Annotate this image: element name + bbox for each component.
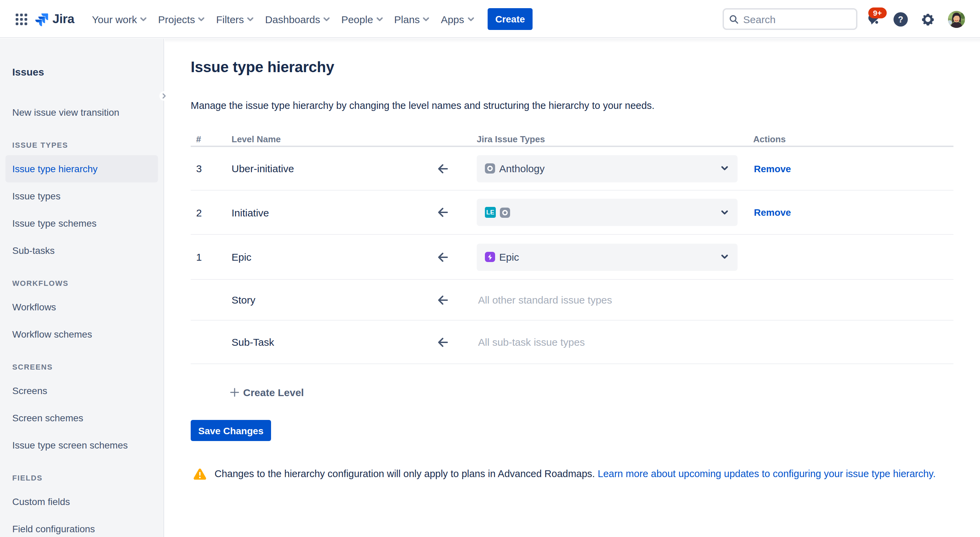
- chevron-down-icon: [721, 210, 728, 215]
- primary-nav: Your work Projects Filters Dashboards Pe…: [92, 0, 485, 38]
- nav-item-people[interactable]: People: [341, 8, 382, 30]
- warning-message: Changes to the hierarchy configuration w…: [193, 467, 953, 480]
- sidebar-item-issue-type-hierarchy[interactable]: Issue type hierarchy: [5, 155, 158, 183]
- avatar-image: [948, 11, 965, 27]
- create-button[interactable]: Create: [488, 8, 533, 30]
- jira-logo[interactable]: Jira: [35, 11, 74, 27]
- nav-item-dashboards[interactable]: Dashboards: [265, 8, 329, 30]
- column-header-level-name: Level Name: [232, 134, 281, 144]
- gear-icon: [921, 13, 934, 25]
- warning-text: Changes to the hierarchy configuration w…: [215, 468, 595, 479]
- issue-types-placeholder: All other standard issue types: [477, 294, 612, 305]
- sidebar-item-field-configurations[interactable]: Field configurations: [5, 515, 158, 537]
- nav-item-plans[interactable]: Plans: [394, 8, 430, 30]
- sidebar-collapse-icon[interactable]: [159, 91, 169, 101]
- help-button[interactable]: ?: [893, 0, 908, 38]
- plus-icon: [230, 388, 239, 396]
- help-icon: ?: [893, 12, 907, 26]
- sidebar-item-new-issue-view-transition[interactable]: New issue view transition: [5, 99, 158, 126]
- selected-issue-type-label: Epic: [499, 251, 519, 263]
- table-row-story: Story All other standard issue types: [191, 280, 953, 321]
- remove-level-link[interactable]: Remove: [754, 163, 791, 174]
- chevron-down-icon: [377, 17, 383, 21]
- search-box[interactable]: [722, 8, 858, 30]
- notifications-button[interactable]: 9+: [862, 0, 885, 38]
- search-icon: [729, 14, 738, 24]
- svg-text:?: ?: [897, 14, 903, 24]
- chevron-down-icon: [423, 17, 430, 21]
- chevron-down-icon: [247, 17, 253, 21]
- sidebar-section-issue-types: ISSUE TYPES: [5, 140, 158, 151]
- issue-types-placeholder: All sub-task issue types: [477, 336, 585, 348]
- main-content: Issue type hierarchy Manage the issue ty…: [165, 39, 980, 537]
- table-row-sub-task: Sub-Task All sub-task issue types: [191, 321, 953, 364]
- sidebar-item-workflow-schemes[interactable]: Workflow schemes: [5, 321, 158, 348]
- arrow-left-icon: [438, 208, 448, 217]
- create-level-button[interactable]: Create Level: [230, 381, 304, 403]
- arrow-left-icon: [438, 164, 448, 173]
- user-avatar[interactable]: [947, 0, 965, 38]
- level-name: Epic: [232, 251, 415, 263]
- arrow-left-icon: [438, 252, 448, 262]
- save-changes-button[interactable]: Save Changes: [191, 420, 271, 441]
- sidebar-item-screen-schemes[interactable]: Screen schemes: [5, 404, 158, 432]
- issue-types-select[interactable]: Epic: [477, 243, 738, 270]
- sidebar-item-sub-tasks[interactable]: Sub-tasks: [5, 237, 158, 264]
- column-header-actions: Actions: [753, 134, 786, 144]
- arrow-left-icon: [438, 295, 448, 305]
- anthology-issue-type-icon: [485, 164, 495, 173]
- column-header-jira-issue-types: Jira Issue Types: [477, 134, 545, 144]
- sidebar-item-workflows[interactable]: Workflows: [5, 293, 158, 321]
- settings-sidebar: Issues New issue view transition ISSUE T…: [0, 39, 164, 537]
- sidebar-section-workflows: WORKFLOWS: [5, 278, 158, 289]
- sidebar-item-issue-type-schemes[interactable]: Issue type schemes: [5, 210, 158, 237]
- level-name: Initiative: [232, 207, 415, 218]
- page-title: Issue type hierarchy: [191, 58, 953, 76]
- sidebar-item-issue-types[interactable]: Issue types: [5, 183, 158, 210]
- arrow-left-icon: [438, 337, 448, 347]
- sidebar-item-custom-fields[interactable]: Custom fields: [5, 488, 158, 515]
- warning-icon: [193, 468, 206, 480]
- level-name: Sub-Task: [232, 336, 415, 348]
- sidebar-heading: Issues: [5, 59, 158, 84]
- nav-item-projects[interactable]: Projects: [158, 8, 204, 30]
- top-navigation-bar: Jira Your work Projects Filters Dashboar…: [0, 0, 980, 38]
- sidebar-section-screens: SCREENS: [5, 361, 158, 372]
- page-description: Manage the issue type hierarchy by chang…: [191, 99, 953, 112]
- selected-issue-type-label: Anthology: [499, 163, 544, 174]
- level-number: 1: [191, 251, 232, 263]
- notification-count-badge: 9+: [868, 8, 887, 18]
- column-header-number: #: [196, 134, 201, 144]
- settings-button[interactable]: [921, 0, 934, 38]
- le-issue-type-icon: LE: [485, 207, 496, 218]
- jira-wordmark: Jira: [52, 11, 74, 27]
- table-row-epic: 1 Epic Epic: [191, 235, 953, 280]
- level-number: 2: [191, 207, 232, 218]
- chevron-down-icon: [721, 166, 728, 171]
- chevron-down-icon: [468, 17, 474, 21]
- nav-item-your-work[interactable]: Your work: [92, 8, 146, 30]
- table-header: # Level Name Jira Issue Types Actions: [191, 133, 953, 147]
- table-row-initiative: 2 Initiative LE: [191, 191, 953, 235]
- nav-item-apps[interactable]: Apps: [441, 8, 474, 30]
- issue-types-select[interactable]: Anthology: [477, 155, 738, 182]
- sidebar-item-issue-type-screen-schemes[interactable]: Issue type screen schemes: [5, 432, 158, 459]
- table-row-uber-initiative: 3 Uber-initiative Anthology: [191, 147, 953, 191]
- sidebar-section-fields: FIELDS: [5, 472, 158, 483]
- chevron-down-icon: [323, 17, 329, 21]
- search-input[interactable]: [743, 13, 851, 25]
- warning-paragraph: Changes to the hierarchy configuration w…: [215, 467, 936, 480]
- level-name: Story: [232, 294, 415, 306]
- jira-logo-icon: [35, 12, 48, 26]
- nav-item-filters[interactable]: Filters: [216, 8, 254, 30]
- level-name: Uber-initiative: [232, 163, 415, 174]
- warning-learn-more-link[interactable]: Learn more about upcoming updates to con…: [598, 468, 936, 479]
- app-switcher-icon[interactable]: [16, 14, 27, 25]
- chevron-down-icon: [140, 17, 146, 21]
- level-number: 3: [191, 163, 232, 174]
- issue-types-select[interactable]: LE: [477, 199, 738, 226]
- sidebar-item-screens[interactable]: Screens: [5, 377, 158, 404]
- remove-level-link[interactable]: Remove: [754, 207, 791, 218]
- chevron-down-icon: [721, 254, 728, 259]
- hierarchy-table: # Level Name Jira Issue Types Actions 3 …: [191, 133, 953, 364]
